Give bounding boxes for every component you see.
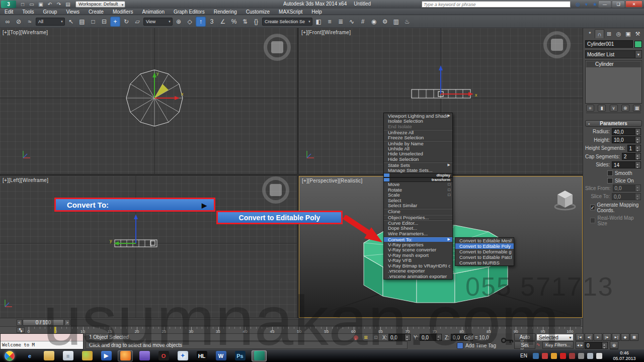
taskbar-purple-app-icon[interactable] xyxy=(137,350,152,361)
quad-menu-item[interactable]: Viewport Lighting and Shadows▶ xyxy=(384,113,452,119)
viewport-front-label[interactable]: [+][Front][Wireframe] xyxy=(301,30,351,35)
bind-to-space-warp-icon[interactable]: ≈ xyxy=(25,17,35,27)
quad-menu-item[interactable]: Unfreeze All xyxy=(384,130,452,135)
menu-item[interactable]: Group xyxy=(39,9,62,15)
restore-button[interactable]: ❏ xyxy=(612,1,625,8)
next-frame-slider-button[interactable]: > xyxy=(64,319,70,326)
viewport-top[interactable]: [+][Top][Wireframe] y x xyxy=(0,28,297,174)
select-and-manipulate-icon[interactable]: ◇ xyxy=(185,17,195,27)
show-end-result-icon[interactable]: ▮ xyxy=(598,105,606,112)
key-mode-toggle-icon[interactable]: ◆ xyxy=(621,333,629,341)
slice-to-field[interactable]: 0,0 xyxy=(612,193,641,200)
track-bar[interactable]: ▚ 05101520253035404550556065707580859095… xyxy=(0,326,583,333)
communication-center-icon[interactable]: ▾ xyxy=(582,1,591,8)
key-step-toggle[interactable]: ◄► xyxy=(576,341,584,349)
tab-display[interactable]: ▣ xyxy=(623,29,633,38)
track-bar-ruler[interactable]: 0510152025303540455055606570758085909510… xyxy=(26,327,583,334)
menu-item[interactable]: Rendering xyxy=(209,9,242,15)
selection-filter-dropdown[interactable]: All xyxy=(36,18,65,26)
quad-menu-item[interactable]: Wire Parameters... xyxy=(384,231,452,236)
quad-menu-item[interactable]: .vrscene animation exporter xyxy=(384,274,452,279)
next-frame-button[interactable]: |► xyxy=(603,333,611,341)
taskbar-media-player-icon[interactable]: ▶ xyxy=(99,350,114,361)
previous-frame-slider-button[interactable]: < xyxy=(17,319,22,326)
quad-menu-item[interactable]: Rotate□ xyxy=(384,187,452,193)
submenu-item[interactable]: Convert to Editable Patch xyxy=(455,254,514,260)
quad-menu-item[interactable]: V-Ray mesh export xyxy=(384,252,452,258)
menu-item[interactable]: Help xyxy=(307,9,327,15)
taskbar-3dsmax-icon[interactable] xyxy=(252,350,267,361)
key-filters-button[interactable]: Key Filters... xyxy=(542,341,574,349)
current-frame-field[interactable]: 0 xyxy=(585,342,608,349)
perspective-viewcube[interactable] xyxy=(553,187,577,212)
modifier-stack[interactable]: Cylinder xyxy=(585,60,642,104)
unlink-selection-icon[interactable]: ⊘ xyxy=(14,17,24,27)
tab-utilities[interactable]: ⚒ xyxy=(633,29,642,38)
quad-menu-item[interactable]: Scale□ xyxy=(384,193,452,198)
submenu-item[interactable]: Convert to Editable Poly xyxy=(455,243,514,249)
previous-frame-button[interactable]: ◄| xyxy=(585,333,593,341)
viewport-top-label[interactable]: [+][Top][Wireframe] xyxy=(3,30,48,35)
quad-menu-item[interactable]: Move□ xyxy=(384,182,452,188)
select-object-icon[interactable]: ↖ xyxy=(66,17,76,27)
reference-coordinate-dropdown[interactable]: View xyxy=(143,18,173,26)
quad-menu-item[interactable]: Hide Selection xyxy=(384,156,452,162)
object-name-field[interactable]: Cylinder001 xyxy=(585,40,633,48)
set-keys-wave-icon[interactable]: ∿ xyxy=(536,342,541,348)
quad-menu-item[interactable]: V-Ray Bitmap to VRayHDRI converter xyxy=(384,263,452,268)
submenu-item[interactable]: Convert to Editable Mesh xyxy=(455,238,514,243)
cap-segments-field[interactable]: 2 xyxy=(622,153,641,160)
edit-named-selections-icon[interactable]: {} xyxy=(251,17,261,27)
tray-icon-2[interactable] xyxy=(542,353,548,359)
quad-menu-item[interactable]: End Isolate xyxy=(384,124,452,129)
configure-modifier-sets-icon[interactable]: ▦ xyxy=(633,105,641,112)
viewcube[interactable] xyxy=(264,34,291,61)
tab-create[interactable]: * xyxy=(585,29,595,38)
time-config-icon[interactable]: ▦ xyxy=(630,333,638,341)
search-help-icon[interactable]: ◎ xyxy=(574,1,582,8)
macro-recorder-line[interactable] xyxy=(1,334,83,341)
height-segments-field[interactable]: 1 xyxy=(627,145,641,152)
tray-icon-4[interactable] xyxy=(560,353,566,359)
select-and-scale-icon[interactable]: ▱ xyxy=(132,17,142,27)
start-button[interactable] xyxy=(2,350,17,361)
quad-menu-item[interactable]: Dope Sheet... xyxy=(384,226,452,231)
maxscript-mini-listener[interactable]: Welcome to M xyxy=(0,333,84,349)
taskbar-opera-icon[interactable]: O xyxy=(156,350,171,361)
taskbar-explorer-icon[interactable] xyxy=(41,350,56,361)
taskbar-hl-icon[interactable]: HL xyxy=(194,350,209,361)
material-editor-icon[interactable]: ◉ xyxy=(369,17,379,27)
taskbar-ie-icon[interactable]: e xyxy=(22,350,37,361)
quad-menu-item[interactable]: Object Properties... xyxy=(384,215,452,220)
tray-icon-7[interactable] xyxy=(587,353,593,359)
angle-snap-icon[interactable]: ∠ xyxy=(218,17,228,27)
quad-menu-item[interactable]: Select Similar xyxy=(384,203,452,209)
quad-menu-item[interactable]: V-Ray scene converter xyxy=(384,247,452,253)
generate-mapping-coords-checkbox[interactable] xyxy=(590,205,595,210)
schematic-view-icon[interactable]: # xyxy=(358,17,368,27)
modifier-list-dropdown[interactable]: Modifier List▼ xyxy=(585,50,642,58)
menu-item[interactable]: Edit xyxy=(0,9,18,15)
window-crossing-icon[interactable]: ⊟ xyxy=(99,17,109,27)
slice-from-field[interactable]: 0,0 xyxy=(613,185,641,192)
taskbar-notepad-icon[interactable]: ≡ xyxy=(60,350,75,361)
quad-menu-item[interactable]: Unhide by Name xyxy=(384,141,452,146)
snaps-toggle-icon[interactable]: 3 xyxy=(207,17,217,27)
spinner-snap-icon[interactable]: ⇅ xyxy=(240,17,250,27)
tray-icon-8[interactable] xyxy=(596,353,602,359)
taskbar-clock[interactable]: 0:46 05.07.2013 xyxy=(609,350,640,361)
taskbar-safari-icon[interactable]: ✦ xyxy=(175,350,190,361)
quad-menu-item[interactable]: Select xyxy=(384,198,452,203)
key-mode-dropdown[interactable]: Selected xyxy=(536,334,574,341)
viewcube[interactable] xyxy=(262,176,289,204)
taskbar-firefox-icon[interactable] xyxy=(118,350,133,361)
quad-menu-item[interactable]: State Sets▶ xyxy=(384,162,452,168)
x-coordinate-field[interactable]: 0,0 xyxy=(388,334,411,341)
new-file-icon[interactable]: □ xyxy=(19,1,27,8)
quad-menu-item[interactable]: Convert To:▶ xyxy=(384,237,452,242)
tray-icon-3[interactable] xyxy=(551,353,557,359)
zoom-icon[interactable]: ⊕ xyxy=(610,341,618,349)
time-slider-handle[interactable]: 0 / 100 xyxy=(23,319,64,326)
rectangular-selection-icon[interactable]: □ xyxy=(88,17,98,27)
smooth-checkbox[interactable] xyxy=(607,170,613,176)
